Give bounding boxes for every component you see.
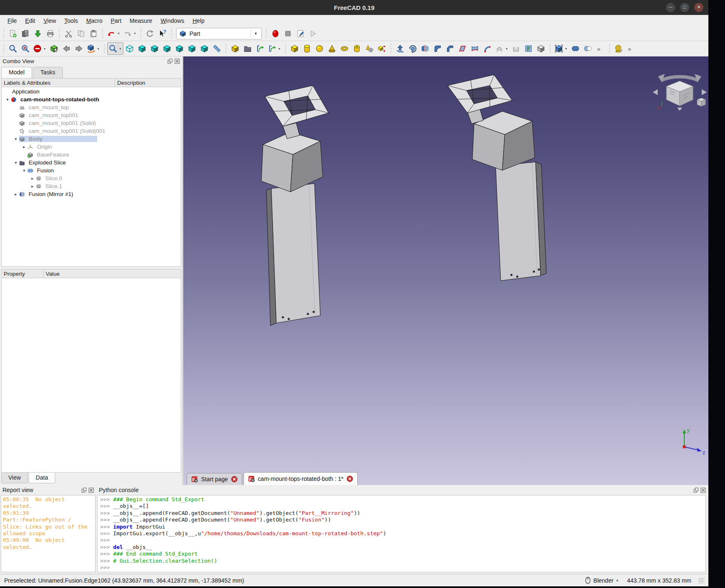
tree-expander-icon[interactable]: ▸: [29, 184, 36, 189]
make-compound[interactable]: ▾: [553, 42, 569, 55]
tree-item-body[interactable]: ▾Body: [2, 135, 181, 143]
tree-expander-icon[interactable]: ▾: [4, 97, 11, 102]
thickness[interactable]: [510, 42, 522, 55]
macro-stop[interactable]: [282, 27, 294, 40]
create-group[interactable]: [241, 42, 254, 55]
home-view-dropdown[interactable]: ▾: [96, 47, 100, 51]
offset[interactable]: ▾: [494, 42, 510, 55]
toolbar-extension-2[interactable]: »: [625, 42, 637, 55]
menu-tools[interactable]: Tools: [60, 16, 82, 25]
sweep[interactable]: [481, 42, 494, 55]
clipping-plane[interactable]: ▾: [32, 42, 48, 55]
undo[interactable]: ▾: [106, 27, 122, 40]
redo[interactable]: ▾: [122, 27, 138, 40]
view-front[interactable]: [136, 42, 148, 55]
fit-selection[interactable]: [19, 42, 32, 55]
tab-model[interactable]: Model: [1, 67, 32, 78]
view-bottom[interactable]: [186, 42, 198, 55]
cut[interactable]: [62, 27, 75, 40]
view-right[interactable]: [161, 42, 173, 55]
menu-part[interactable]: Part: [106, 16, 125, 25]
minimize-button[interactable]: ─: [666, 3, 675, 12]
tree-item-fusion[interactable]: ▾Fusion: [2, 167, 181, 174]
part-sphere[interactable]: [313, 42, 326, 55]
tab-active-document[interactable]: F cam-mount-tops-rotated-both : 1*: [243, 472, 358, 485]
make-link[interactable]: [254, 42, 266, 55]
tab-data[interactable]: Data: [29, 473, 55, 483]
home-view[interactable]: ▾: [85, 42, 101, 55]
menu-windows[interactable]: Windows: [157, 16, 189, 25]
macro-run[interactable]: [307, 27, 319, 40]
chevron-down-icon[interactable]: ▾: [617, 578, 619, 583]
create-part[interactable]: [229, 42, 241, 55]
toolbar-extension[interactable]: »: [594, 42, 607, 55]
offset-dropdown[interactable]: ▾: [505, 47, 509, 51]
tab-tasks[interactable]: Tasks: [33, 67, 63, 78]
model-left-tower[interactable]: [261, 86, 329, 326]
check-geometry[interactable]: [535, 42, 547, 55]
sync-view[interactable]: [48, 42, 60, 55]
macro-edit[interactable]: [294, 27, 307, 40]
tree-expander-icon[interactable]: ▾: [21, 168, 27, 173]
new-document[interactable]: [7, 27, 19, 40]
zoom-tool[interactable]: ▾: [107, 42, 123, 55]
paste[interactable]: [87, 27, 100, 40]
make-sub-link-dropdown[interactable]: ▾: [278, 47, 281, 51]
boolean-union[interactable]: [569, 42, 582, 55]
part-tube[interactable]: [351, 42, 363, 55]
resize-grip[interactable]: [698, 578, 704, 583]
fit-all[interactable]: [7, 42, 19, 55]
zoom-tool-dropdown[interactable]: ▾: [118, 47, 122, 51]
save-document[interactable]: [32, 27, 44, 40]
close-panel-icon[interactable]: [88, 488, 94, 493]
nav-forward[interactable]: [73, 42, 85, 55]
tree-item-cam-mount-top[interactable]: cam_mount_top: [2, 103, 181, 111]
make-face[interactable]: [456, 42, 469, 55]
navigation-cube[interactable]: [653, 74, 707, 111]
copy[interactable]: [75, 27, 87, 40]
tree-expander-icon[interactable]: ▾: [12, 137, 19, 141]
extrude[interactable]: [394, 42, 406, 55]
tree-expander-icon[interactable]: ▸: [29, 176, 36, 181]
fillet[interactable]: [431, 42, 444, 55]
column-labels-attributes[interactable]: Labels & Attributes: [2, 78, 115, 87]
open-document[interactable]: [19, 27, 32, 40]
tree-expander-icon[interactable]: ▸: [21, 145, 27, 149]
macro-record[interactable]: [269, 27, 282, 40]
make-sub-link[interactable]: ▾: [266, 42, 283, 55]
float-panel-icon[interactable]: [167, 59, 173, 64]
navigation-style-selector[interactable]: Blender: [593, 577, 613, 584]
tree-item-cam-mount-tops-rotated-both[interactable]: ▾cam-mount-tops-rotated-both: [2, 96, 181, 103]
tree-expander-icon[interactable]: ▾: [12, 160, 19, 165]
menu-measure[interactable]: Measure: [125, 16, 156, 25]
view-rear[interactable]: [173, 42, 186, 55]
menu-file[interactable]: File: [3, 16, 21, 25]
3d-viewport[interactable]: y z F Start page F cam-mount-tops-rotate…: [183, 56, 708, 485]
tree-item-exploded-slice[interactable]: ▾Exploded Slice: [2, 159, 181, 167]
float-panel-icon[interactable]: [81, 488, 87, 493]
tree-item-slice-0[interactable]: ▸Slice.0: [2, 174, 181, 182]
tree-item-slice-1[interactable]: ▸Slice.1: [2, 182, 181, 190]
measure-tape[interactable]: [612, 42, 625, 55]
boolean-cut[interactable]: [582, 42, 594, 55]
menu-edit[interactable]: Edit: [21, 16, 39, 25]
tab-view[interactable]: View: [1, 473, 28, 483]
nav-back[interactable]: [60, 42, 73, 55]
make-compound-dropdown[interactable]: ▾: [564, 47, 568, 51]
refine-shape[interactable]: F: [522, 42, 535, 55]
view-left[interactable]: [198, 42, 211, 55]
menu-macro[interactable]: Macro: [82, 16, 107, 25]
close-panel-icon[interactable]: [700, 488, 706, 493]
part-cylinder[interactable]: [301, 42, 313, 55]
whats-this[interactable]: ?: [156, 27, 169, 40]
tree-item-cam-mount-top001[interactable]: cam_mount_top001: [2, 111, 181, 119]
shape-builder[interactable]: [363, 42, 376, 55]
part-torus[interactable]: [338, 42, 351, 55]
tree-item-application[interactable]: Application: [2, 88, 181, 96]
undo-dropdown[interactable]: ▾: [117, 32, 120, 35]
close-button[interactable]: ×: [694, 3, 703, 12]
python-console-log[interactable]: >>> ### Begin command Std_Export>>> __ob…: [97, 495, 706, 572]
tree-expander-icon[interactable]: ▸: [12, 192, 19, 196]
tree-item-basefeature[interactable]: BaseFeature: [2, 151, 181, 159]
column-property[interactable]: Property: [2, 270, 44, 278]
